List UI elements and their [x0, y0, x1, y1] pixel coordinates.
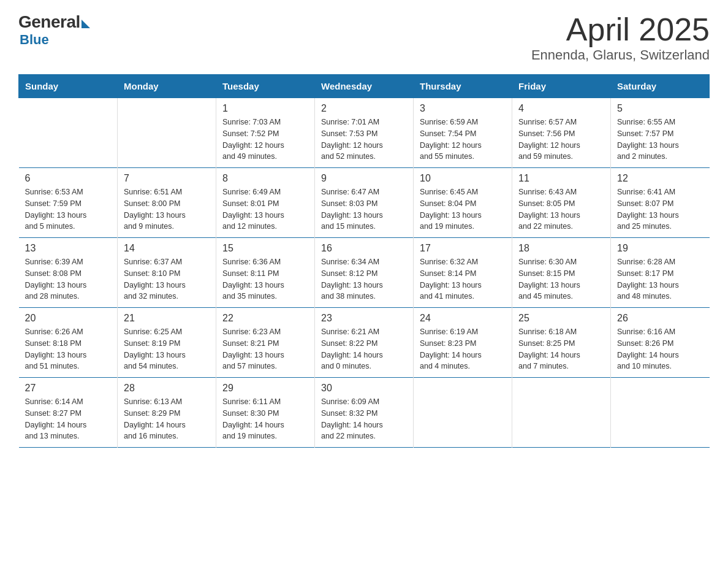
calendar-cell: 17Sunrise: 6:32 AM Sunset: 8:14 PM Dayli…: [414, 238, 512, 308]
calendar-title: April 2025: [531, 12, 710, 47]
day-number: 22: [222, 313, 308, 324]
day-number: 27: [25, 383, 112, 394]
day-number: 16: [321, 243, 407, 254]
day-number: 29: [222, 383, 308, 394]
calendar-cell: 27Sunrise: 6:14 AM Sunset: 8:27 PM Dayli…: [19, 378, 118, 448]
calendar-subtitle: Ennenda, Glarus, Switzerland: [531, 47, 710, 63]
day-number: 2: [321, 103, 407, 114]
header-saturday: Saturday: [611, 75, 710, 98]
calendar-cell: 16Sunrise: 6:34 AM Sunset: 8:12 PM Dayli…: [315, 238, 414, 308]
day-info: Sunrise: 6:21 AM Sunset: 8:22 PM Dayligh…: [321, 326, 407, 372]
header-sunday: Sunday: [19, 75, 118, 98]
day-info: Sunrise: 6:47 AM Sunset: 8:03 PM Dayligh…: [321, 186, 407, 232]
day-info: Sunrise: 6:32 AM Sunset: 8:14 PM Dayligh…: [420, 256, 506, 302]
calendar-header: Sunday Monday Tuesday Wednesday Thursday…: [19, 75, 710, 98]
calendar-cell: 30Sunrise: 6:09 AM Sunset: 8:32 PM Dayli…: [315, 378, 414, 448]
calendar-cell: 29Sunrise: 6:11 AM Sunset: 8:30 PM Dayli…: [216, 378, 315, 448]
day-info: Sunrise: 6:14 AM Sunset: 8:27 PM Dayligh…: [25, 396, 112, 442]
day-info: Sunrise: 6:23 AM Sunset: 8:21 PM Dayligh…: [222, 326, 308, 372]
calendar-cell: 28Sunrise: 6:13 AM Sunset: 8:29 PM Dayli…: [118, 378, 216, 448]
header-thursday: Thursday: [414, 75, 512, 98]
day-info: Sunrise: 7:03 AM Sunset: 7:52 PM Dayligh…: [222, 117, 308, 163]
calendar-cell: 20Sunrise: 6:26 AM Sunset: 8:18 PM Dayli…: [19, 308, 118, 378]
day-number: 13: [25, 243, 112, 254]
day-number: 26: [617, 313, 703, 324]
header-friday: Friday: [512, 75, 611, 98]
day-number: 8: [222, 173, 308, 184]
day-info: Sunrise: 6:18 AM Sunset: 8:25 PM Dayligh…: [518, 326, 604, 372]
calendar-table: Sunday Monday Tuesday Wednesday Thursday…: [18, 74, 710, 448]
day-info: Sunrise: 6:43 AM Sunset: 8:05 PM Dayligh…: [518, 186, 604, 232]
calendar-cell: [118, 98, 216, 168]
logo: General Blue: [18, 12, 90, 48]
header-tuesday: Tuesday: [216, 75, 315, 98]
calendar-cell: 2Sunrise: 7:01 AM Sunset: 7:53 PM Daylig…: [315, 98, 414, 168]
day-info: Sunrise: 6:30 AM Sunset: 8:15 PM Dayligh…: [518, 256, 604, 302]
day-info: Sunrise: 6:53 AM Sunset: 7:59 PM Dayligh…: [25, 186, 112, 232]
calendar-week-1: 1Sunrise: 7:03 AM Sunset: 7:52 PM Daylig…: [19, 98, 710, 168]
day-info: Sunrise: 6:13 AM Sunset: 8:29 PM Dayligh…: [124, 396, 210, 442]
day-number: 15: [222, 243, 308, 254]
day-info: Sunrise: 6:59 AM Sunset: 7:54 PM Dayligh…: [420, 117, 506, 163]
calendar-cell: 18Sunrise: 6:30 AM Sunset: 8:15 PM Dayli…: [512, 238, 611, 308]
header-wednesday: Wednesday: [315, 75, 414, 98]
day-number: 19: [617, 243, 703, 254]
day-number: 18: [518, 243, 604, 254]
calendar-cell: 24Sunrise: 6:19 AM Sunset: 8:23 PM Dayli…: [414, 308, 512, 378]
calendar-week-3: 13Sunrise: 6:39 AM Sunset: 8:08 PM Dayli…: [19, 238, 710, 308]
calendar-cell: 3Sunrise: 6:59 AM Sunset: 7:54 PM Daylig…: [414, 98, 512, 168]
day-info: Sunrise: 6:34 AM Sunset: 8:12 PM Dayligh…: [321, 256, 407, 302]
calendar-cell: 9Sunrise: 6:47 AM Sunset: 8:03 PM Daylig…: [315, 168, 414, 238]
calendar-cell: 12Sunrise: 6:41 AM Sunset: 8:07 PM Dayli…: [611, 168, 710, 238]
day-number: 6: [25, 173, 112, 184]
day-number: 3: [420, 103, 506, 114]
day-number: 14: [124, 243, 210, 254]
calendar-cell: [512, 378, 611, 448]
day-number: 21: [124, 313, 210, 324]
day-info: Sunrise: 7:01 AM Sunset: 7:53 PM Dayligh…: [321, 117, 407, 163]
calendar-cell: [19, 98, 118, 168]
day-number: 1: [222, 103, 308, 114]
logo-blue-text: Blue: [20, 32, 49, 48]
calendar-cell: 5Sunrise: 6:55 AM Sunset: 7:57 PM Daylig…: [611, 98, 710, 168]
calendar-cell: 23Sunrise: 6:21 AM Sunset: 8:22 PM Dayli…: [315, 308, 414, 378]
day-info: Sunrise: 6:39 AM Sunset: 8:08 PM Dayligh…: [25, 256, 112, 302]
logo-arrow-icon: [82, 20, 90, 28]
calendar-cell: 21Sunrise: 6:25 AM Sunset: 8:19 PM Dayli…: [118, 308, 216, 378]
header-monday: Monday: [118, 75, 216, 98]
day-number: 11: [518, 173, 604, 184]
calendar-cell: 15Sunrise: 6:36 AM Sunset: 8:11 PM Dayli…: [216, 238, 315, 308]
day-number: 23: [321, 313, 407, 324]
day-info: Sunrise: 6:09 AM Sunset: 8:32 PM Dayligh…: [321, 396, 407, 442]
calendar-cell: 14Sunrise: 6:37 AM Sunset: 8:10 PM Dayli…: [118, 238, 216, 308]
day-info: Sunrise: 6:36 AM Sunset: 8:11 PM Dayligh…: [222, 256, 308, 302]
calendar-cell: 26Sunrise: 6:16 AM Sunset: 8:26 PM Dayli…: [611, 308, 710, 378]
calendar-cell: [611, 378, 710, 448]
day-number: 7: [124, 173, 210, 184]
calendar-body: 1Sunrise: 7:03 AM Sunset: 7:52 PM Daylig…: [19, 98, 710, 448]
day-number: 4: [518, 103, 604, 114]
day-number: 5: [617, 103, 703, 114]
calendar-cell: 11Sunrise: 6:43 AM Sunset: 8:05 PM Dayli…: [512, 168, 611, 238]
title-block: April 2025 Ennenda, Glarus, Switzerland: [531, 12, 710, 63]
day-info: Sunrise: 6:57 AM Sunset: 7:56 PM Dayligh…: [518, 117, 604, 163]
day-info: Sunrise: 6:16 AM Sunset: 8:26 PM Dayligh…: [617, 326, 703, 372]
calendar-week-2: 6Sunrise: 6:53 AM Sunset: 7:59 PM Daylig…: [19, 168, 710, 238]
day-number: 9: [321, 173, 407, 184]
day-info: Sunrise: 6:28 AM Sunset: 8:17 PM Dayligh…: [617, 256, 703, 302]
calendar-cell: [414, 378, 512, 448]
day-number: 10: [420, 173, 506, 184]
calendar-cell: 7Sunrise: 6:51 AM Sunset: 8:00 PM Daylig…: [118, 168, 216, 238]
day-info: Sunrise: 6:49 AM Sunset: 8:01 PM Dayligh…: [222, 186, 308, 232]
calendar-cell: 13Sunrise: 6:39 AM Sunset: 8:08 PM Dayli…: [19, 238, 118, 308]
day-info: Sunrise: 6:45 AM Sunset: 8:04 PM Dayligh…: [420, 186, 506, 232]
calendar-week-4: 20Sunrise: 6:26 AM Sunset: 8:18 PM Dayli…: [19, 308, 710, 378]
day-info: Sunrise: 6:19 AM Sunset: 8:23 PM Dayligh…: [420, 326, 506, 372]
day-number: 12: [617, 173, 703, 184]
day-number: 20: [25, 313, 112, 324]
day-number: 28: [124, 383, 210, 394]
calendar-cell: 25Sunrise: 6:18 AM Sunset: 8:25 PM Dayli…: [512, 308, 611, 378]
calendar-cell: 6Sunrise: 6:53 AM Sunset: 7:59 PM Daylig…: [19, 168, 118, 238]
day-number: 30: [321, 383, 407, 394]
logo-general-text: General: [18, 12, 80, 32]
